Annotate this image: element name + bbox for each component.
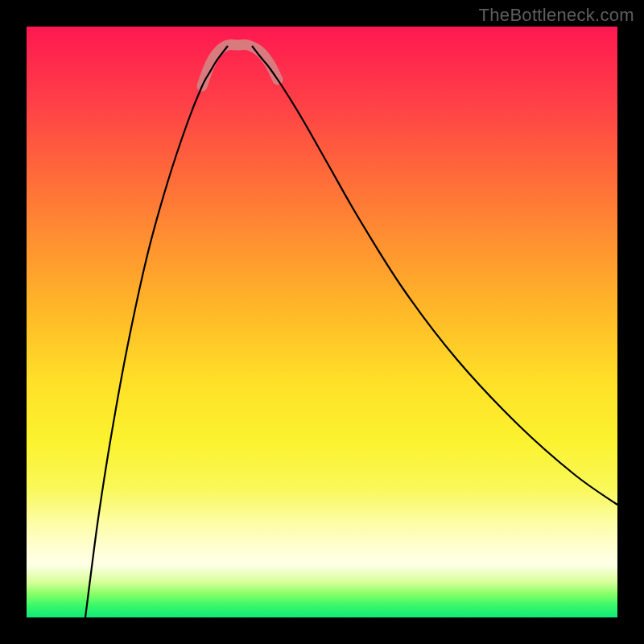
left-curve-path bbox=[85, 46, 228, 617]
watermark-text: TheBottleneck.com bbox=[479, 5, 634, 26]
chart-svg bbox=[27, 27, 617, 617]
right-curve-path bbox=[252, 46, 617, 505]
chart-frame: TheBottleneck.com bbox=[0, 0, 644, 644]
plot-area bbox=[27, 27, 617, 617]
